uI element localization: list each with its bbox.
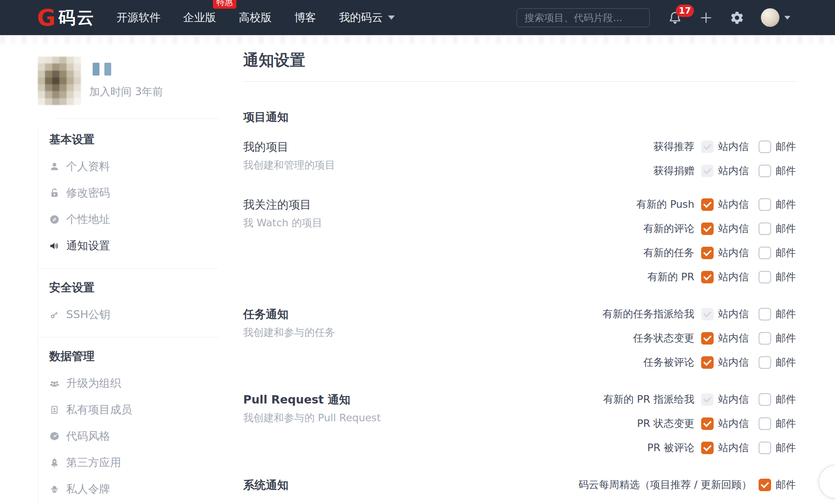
site-message-checkbox[interactable] [701, 198, 714, 211]
email-checkbox[interactable] [759, 141, 771, 153]
notification-rows: 有新的任务指派给我站内信邮件任务状态变更站内信邮件任务被评论站内信邮件 [602, 302, 796, 374]
sidebar-item-label: 代码风格 [66, 429, 110, 444]
email-checkbox[interactable] [759, 393, 771, 406]
email-label: 邮件 [776, 331, 796, 345]
floating-widget-button[interactable] [818, 465, 835, 499]
notification-row: 任务状态变更站内信邮件 [602, 326, 796, 350]
email-checkbox[interactable] [759, 165, 771, 177]
notification-row: 有新的任务站内信邮件 [636, 241, 796, 265]
notifications-button[interactable]: 17 [668, 10, 682, 25]
sidebar-item-label: 个人资料 [66, 159, 110, 174]
email-checkbox[interactable] [759, 479, 771, 491]
sidebar-section-title: 基本设置 [49, 132, 219, 147]
site-message-checkbox[interactable] [701, 247, 714, 259]
email-checkbox[interactable] [759, 223, 771, 235]
nav-item-opensource[interactable]: 开源软件 [116, 10, 160, 25]
chevron-down-icon [388, 15, 395, 20]
notification-section: 项目通知我的项目我创建和管理的项目获得推荐站内信邮件获得捐赠站内信邮件我关注的项… [243, 110, 796, 289]
settings-button[interactable] [730, 11, 744, 25]
notification-group-title: 我关注的项目 [243, 197, 636, 213]
email-checkbox[interactable] [759, 417, 771, 430]
email-checkbox[interactable] [759, 247, 771, 259]
nav-item-enterprise[interactable]: 企业版特惠 [183, 10, 216, 25]
site-message-label: 站内信 [718, 164, 749, 178]
username-blurred [93, 63, 111, 76]
site-message-checkbox [701, 165, 714, 177]
page: G 码云 开源软件企业版特惠高校版博客我的码云 17 [0, 0, 835, 504]
notification-group-header: 任务通知我创建和参与的任务 [243, 302, 602, 339]
email-checkbox[interactable] [759, 332, 771, 345]
sidebar-item-ssh-keys[interactable]: SSH公钥 [49, 301, 219, 328]
site-message-checkbox[interactable] [701, 332, 714, 345]
join-time-label: 加入时间 3年前 [89, 85, 163, 99]
site-message-checkbox[interactable] [701, 442, 714, 454]
site-message-checkbox[interactable] [701, 271, 714, 283]
gitee-logo-mark: G [37, 6, 55, 29]
notification-row-label: 获得捐赠 [653, 164, 694, 178]
site-message-checkbox [701, 393, 714, 406]
nav-item-label: 我的码云 [339, 10, 383, 25]
site-message-label: 站内信 [718, 140, 749, 153]
gitee-logo-text: 码云 [58, 6, 95, 29]
email-label: 邮件 [776, 478, 796, 492]
email-checkbox[interactable] [759, 442, 771, 454]
notification-row-label: PR 状态变更 [637, 417, 694, 430]
notification-rows: 有新的 PR 指派给我站内信邮件PR 状态变更站内信邮件PR 被评论站内信邮件 [603, 387, 796, 460]
divider [38, 337, 219, 337]
sidebar-item-password[interactable]: 修改密码 [49, 180, 219, 206]
top-navbar: G 码云 开源软件企业版特惠高校版博客我的码云 17 [0, 0, 835, 35]
notification-row: 码云每周精选（项目推荐 / 更新回顾）邮件 [579, 473, 796, 497]
sidebar-item-third-party-apps[interactable]: 第三方应用 [49, 450, 219, 476]
notification-row: 有新的评论站内信邮件 [636, 216, 796, 241]
sidebar-item-label: 第三方应用 [66, 455, 121, 470]
nav-item-blog[interactable]: 博客 [294, 10, 316, 25]
sidebar-item-private-members[interactable]: 私有项目成员 [49, 397, 219, 423]
site-message-checkbox[interactable] [701, 223, 714, 235]
sidebar-item-custom-url[interactable]: 个性地址 [49, 206, 219, 233]
create-new-button[interactable] [699, 11, 713, 25]
nav-item-education[interactable]: 高校版 [239, 10, 272, 25]
nav-item-label: 企业版 [183, 10, 216, 25]
settings-sidebar: 加入时间 3年前 基本设置个人资料修改密码个性地址通知设置安全设置SSH公钥数据… [38, 57, 219, 504]
email-label: 邮件 [776, 307, 796, 321]
sidebar-section-title: 安全设置 [49, 280, 219, 295]
nav-item-my-gitee[interactable]: 我的码云 [339, 10, 395, 25]
notification-count-badge: 17 [676, 5, 694, 17]
sidebar-item-code-style[interactable]: 代码风格 [49, 423, 219, 450]
notification-settings-page: 通知设置 项目通知我的项目我创建和管理的项目获得推荐站内信邮件获得捐赠站内信邮件… [243, 45, 796, 497]
email-checkbox[interactable] [759, 308, 771, 320]
notification-row-label: PR 被评论 [647, 441, 694, 455]
site-message-label: 站内信 [718, 270, 749, 284]
sidebar-item-personal-tokens[interactable]: 私人令牌 [49, 476, 219, 502]
id-card-icon [49, 405, 60, 415]
sidebar-item-upgrade-to-org[interactable]: 升级为组织 [49, 370, 219, 397]
user-menu[interactable] [761, 8, 790, 27]
notification-row-label: 任务被评论 [643, 356, 694, 369]
email-label: 邮件 [776, 164, 796, 178]
site-message-label: 站内信 [718, 331, 749, 345]
notification-group-header: 我的项目我创建和管理的项目 [243, 135, 653, 172]
gitee-logo[interactable]: G 码云 [37, 6, 95, 29]
section-title: 项目通知 [243, 110, 796, 125]
divider [38, 268, 219, 269]
email-checkbox[interactable] [759, 198, 771, 211]
site-message-checkbox[interactable] [701, 356, 714, 369]
notification-list: 项目通知我的项目我创建和管理的项目获得推荐站内信邮件获得捐赠站内信邮件我关注的项… [243, 110, 796, 497]
profile-summary: 加入时间 3年前 [38, 57, 219, 118]
email-label: 邮件 [776, 417, 796, 430]
search-input[interactable] [517, 8, 650, 27]
notification-row: 有新的 Push站内信邮件 [636, 192, 796, 216]
divider [243, 81, 796, 82]
email-label: 邮件 [776, 356, 796, 369]
navbar-right: 17 [517, 8, 790, 27]
site-message-checkbox[interactable] [701, 417, 714, 430]
email-checkbox[interactable] [759, 271, 771, 283]
email-label: 邮件 [776, 198, 796, 211]
notification-group-header: 系统通知 [243, 473, 579, 493]
notification-section: 任务通知我创建和参与的任务有新的任务指派给我站内信邮件任务状态变更站内信邮件任务… [243, 302, 796, 374]
sidebar-item-profile[interactable]: 个人资料 [49, 153, 219, 180]
blurred-banner [0, 35, 835, 43]
sidebar-item-notification-settings[interactable]: 通知设置 [49, 233, 219, 259]
email-checkbox[interactable] [759, 356, 771, 369]
notification-group-title: 我的项目 [243, 139, 653, 155]
